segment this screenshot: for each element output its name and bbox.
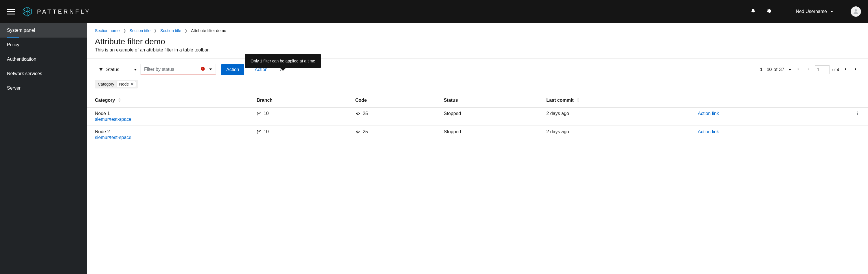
code-icon — [355, 130, 361, 134]
svg-rect-3 — [203, 68, 203, 69]
chip-label: Node — [119, 82, 129, 87]
tooltip: Only 1 filter can be applied at a time — [245, 54, 321, 68]
attribute-select-label: Status — [106, 67, 119, 72]
chevron-right-icon: ❯ — [185, 29, 187, 33]
breadcrumb-current: Attribute filter demo — [191, 28, 226, 33]
pagination-page-input[interactable] — [815, 65, 830, 74]
row-name: Node 2 — [95, 129, 241, 134]
breadcrumb-link[interactable]: Section home — [95, 28, 120, 33]
table-row: Node 1 siemur/test-space 10 25 Stopped 2… — [87, 107, 868, 126]
branch-icon — [257, 130, 261, 134]
svg-point-11 — [857, 111, 858, 112]
brand-text: PATTERNFLY — [37, 8, 91, 15]
code-value: 25 — [363, 129, 368, 134]
chevron-down-icon — [134, 69, 137, 71]
primary-action-button[interactable]: Action — [221, 64, 244, 75]
sidebar-item-server[interactable]: Server — [0, 81, 87, 95]
error-icon — [200, 66, 205, 72]
chip-remove-button[interactable]: ✕ — [130, 82, 134, 87]
sidebar-item-system-panel[interactable]: System panel — [0, 23, 87, 38]
svg-point-12 — [857, 113, 858, 113]
row-action-link[interactable]: Action link — [698, 111, 719, 116]
filter-chips-row: Category Node ✕ — [87, 77, 868, 94]
chevron-right-icon: ❯ — [154, 29, 157, 33]
user-menu-toggle[interactable]: Ned Username — [796, 9, 833, 14]
svg-point-15 — [257, 133, 258, 134]
main-content: Section home ❯ Section title ❯ Section t… — [87, 23, 868, 274]
column-header-branch: Branch — [249, 94, 347, 107]
branch-icon — [257, 111, 261, 116]
column-header-code: Code — [347, 94, 436, 107]
last-commit-value: 2 days ago — [538, 126, 689, 144]
user-avatar[interactable] — [850, 6, 861, 17]
status-filter-select-toggle[interactable]: Filter by status — [141, 64, 216, 75]
branch-value: 10 — [264, 129, 269, 134]
notifications-bell-icon[interactable] — [750, 8, 756, 15]
last-commit-value: 2 days ago — [538, 107, 689, 126]
filter-chip: Node ✕ — [117, 81, 136, 87]
page-title: Attribute filter demo — [87, 33, 868, 47]
branch-value: 10 — [264, 111, 269, 116]
sidebar-item-authentication[interactable]: Authentication — [0, 52, 87, 66]
status-value: Stopped — [436, 107, 538, 126]
pagination-of-label: of 4 — [832, 67, 839, 72]
svg-point-9 — [257, 114, 258, 115]
code-icon — [355, 111, 361, 116]
chevron-down-icon — [788, 69, 791, 71]
breadcrumb: Section home ❯ Section title ❯ Section t… — [87, 23, 868, 33]
svg-point-13 — [857, 114, 858, 115]
chip-group-category: Category Node ✕ — [95, 80, 138, 89]
status-value: Stopped — [436, 126, 538, 144]
data-table: Category Branch Code Status Last commit — [87, 94, 868, 144]
pagination-first-button[interactable] — [794, 65, 802, 74]
svg-point-8 — [257, 111, 258, 112]
table-row: Node 2 siemur/test-space 10 25 Stopped 2… — [87, 126, 868, 144]
row-space-link[interactable]: siemur/test-space — [95, 117, 241, 122]
svg-point-1 — [855, 9, 857, 11]
chip-group-label: Category — [98, 82, 114, 87]
row-space-link[interactable]: siemur/test-space — [95, 135, 241, 140]
masthead: PATTERNFLY Ned Username — [0, 0, 868, 23]
column-header-kebab — [804, 94, 868, 107]
settings-gear-icon[interactable] — [766, 8, 771, 15]
svg-point-14 — [257, 130, 258, 131]
sort-icon — [118, 98, 121, 103]
row-kebab-toggle[interactable] — [855, 111, 860, 116]
filter-icon — [99, 67, 103, 72]
svg-point-10 — [259, 111, 260, 112]
breadcrumb-link[interactable]: Section title — [130, 28, 151, 33]
attribute-filter-group: Status Filter by status — [95, 64, 216, 75]
svg-rect-4 — [203, 70, 203, 70]
pagination-range: 1 - 10 — [760, 67, 772, 72]
sidebar-item-network-services[interactable]: Network services — [0, 66, 87, 81]
patternfly-logo-icon — [22, 6, 32, 17]
pagination-prev-button[interactable] — [805, 65, 812, 74]
pagination: 1 - 10 of 37 of 4 — [760, 65, 860, 74]
brand-logo[interactable]: PATTERNFLY — [22, 6, 91, 17]
code-value: 25 — [363, 111, 368, 116]
chevron-down-icon — [209, 69, 212, 70]
username-label: Ned Username — [796, 9, 827, 14]
sidebar-item-policy[interactable]: Policy — [0, 38, 87, 52]
page-description: This is an example of an attrbiute filte… — [87, 47, 868, 58]
tooltip-content: Only 1 filter can be applied at a time — [245, 54, 321, 68]
svg-point-16 — [259, 130, 260, 131]
column-header-last-commit[interactable]: Last commit — [538, 94, 689, 107]
breadcrumb-link[interactable]: Section title — [160, 28, 181, 33]
status-filter-placeholder: Filter by status — [144, 67, 174, 72]
column-header-status: Status — [436, 94, 538, 107]
pagination-last-button[interactable] — [852, 65, 860, 74]
row-action-link[interactable]: Action link — [698, 129, 719, 134]
row-name: Node 1 — [95, 111, 241, 116]
attribute-select-toggle[interactable]: Status — [95, 64, 141, 75]
column-header-actions — [690, 94, 804, 107]
table-toolbar: Status Filter by status Action Action — [87, 59, 868, 77]
sidebar-nav: System panel Policy Authentication Netwo… — [0, 23, 87, 274]
column-header-category[interactable]: Category — [87, 94, 249, 107]
chevron-down-icon — [830, 11, 833, 12]
sort-icon — [577, 98, 580, 103]
items-per-page-toggle[interactable]: 1 - 10 of 37 — [760, 67, 791, 72]
chevron-right-icon: ❯ — [123, 29, 126, 33]
pagination-next-button[interactable] — [842, 65, 849, 74]
nav-toggle-button[interactable] — [7, 7, 15, 15]
